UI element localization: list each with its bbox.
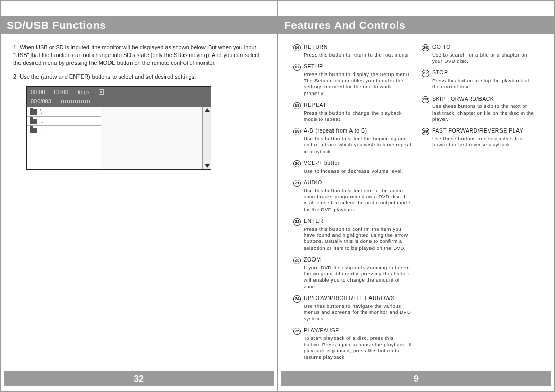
- folder-label: \: [40, 109, 42, 115]
- monitor-header-row-2: 000/003: [27, 97, 211, 107]
- feature-number-icon: 28: [422, 96, 429, 103]
- folder-list: \ .. ..: [27, 107, 101, 169]
- feature-number-icon: 26: [422, 44, 429, 51]
- feature-description: If your DVD disc supports zooming in to …: [304, 265, 412, 290]
- feature-description: Use to incease or decrease volume level.: [304, 168, 403, 174]
- feature-text: GO TOUse to search for a title or a chap…: [432, 44, 535, 64]
- folder-label: ..: [40, 118, 43, 124]
- feature-description: Use these buttons to select either fast …: [432, 136, 535, 148]
- list-item: ..: [27, 126, 101, 135]
- feature-item: 26GO TOUse to search for a title or a ch…: [422, 44, 535, 64]
- monitor-header-row-1: 00:00 00:00 kbps: [27, 87, 211, 97]
- feature-description: Press this button to display the Setup m…: [304, 71, 412, 97]
- feature-title: ENTER: [304, 218, 412, 225]
- feature-description: Use these buttons to skip to the next or…: [432, 103, 535, 122]
- monitor-mockup: 00:00 00:00 kbps 000/003 \ ..: [26, 86, 211, 170]
- feature-item: 29FAST FORWARD/REVERSE PLAYUse these but…: [422, 127, 535, 148]
- features-column-2: 26GO TOUse to search for a title or a ch…: [422, 44, 535, 366]
- feature-text: A-B (repeat from A to B)Use this button …: [304, 127, 412, 155]
- feature-item: 18REPEATPress this button to change the …: [293, 102, 412, 122]
- feature-title: ZOOM: [304, 256, 412, 264]
- time-total: 00:00: [54, 89, 69, 95]
- left-page: SD/USB Functions 1. When USB or SD is in…: [0, 0, 278, 392]
- feature-title: REPEAT: [304, 102, 412, 109]
- folder-icon: [30, 109, 37, 115]
- list-item: ..: [27, 117, 101, 126]
- feature-title: A-B (repeat from A to B): [304, 127, 412, 135]
- feature-title: SKIP FORWARD/BACK: [432, 96, 535, 103]
- folder-label: ..: [40, 127, 43, 133]
- feature-text: STOPPress this button to stop the playba…: [432, 69, 535, 90]
- feature-description: Use this button to select the beginning …: [304, 136, 412, 155]
- right-page: Features And Controls 16RETURNPress this…: [278, 0, 555, 392]
- feature-item: 23ZOOMIf your DVD disc supports zooming …: [293, 256, 412, 290]
- scroll-down-icon: [205, 164, 210, 168]
- feature-title: VOL-/+ button: [304, 160, 403, 167]
- feature-item: 24UP/DOWN/RIGHT/LEFT ARROWSUse thes butt…: [293, 295, 412, 322]
- features-list: 16RETURNPress this button to return to t…: [278, 44, 554, 366]
- feature-text: ZOOMIf your DVD disc supports zooming in…: [304, 256, 412, 290]
- stop-icon: [99, 89, 104, 95]
- feature-number-icon: 18: [293, 102, 301, 109]
- time-elapsed: 00:00: [31, 89, 45, 95]
- list-item: \: [27, 107, 101, 117]
- feature-text: ENTERPress this button to confirm the it…: [304, 218, 412, 251]
- feature-description: To start playback of a disc, press this …: [304, 335, 412, 360]
- left-body-text: 1. When USB or SD is inputed, the monito…: [1, 44, 277, 80]
- feature-title: FAST FORWARD/REVERSE PLAY: [432, 127, 535, 135]
- feature-item: 16RETURNPress this button to return to t…: [293, 44, 412, 58]
- feature-description: Press this button to return to the root …: [304, 52, 408, 58]
- feature-text: VOL-/+ buttonUse to incease or decrease …: [304, 160, 403, 174]
- feature-item: 27STOPPress this button to stop the play…: [422, 69, 535, 90]
- folder-icon: [30, 119, 37, 124]
- feature-number-icon: 17: [293, 64, 301, 71]
- feature-text: PLAY/PAUSETo start playback of a disc, p…: [304, 327, 412, 361]
- folder-icon: [30, 128, 37, 133]
- feature-number-icon: 21: [293, 180, 301, 187]
- feature-text: FAST FORWARD/REVERSE PLAYUse these butto…: [432, 127, 535, 148]
- feature-description: Press this button to confirm the item yo…: [304, 226, 412, 251]
- monitor-body: \ .. ..: [27, 107, 211, 169]
- feature-text: RETURNPress this button to return to the…: [304, 44, 408, 58]
- track-counter: 000/003: [31, 98, 51, 104]
- page-spread: SD/USB Functions 1. When USB or SD is in…: [0, 0, 555, 392]
- progress-bar-icon: [61, 100, 91, 103]
- right-page-number: 9: [281, 371, 551, 386]
- feature-title: STOP: [432, 69, 535, 77]
- paragraph-2: 2. Use the (arrow and ENTER) buttons to …: [13, 73, 264, 81]
- feature-description: Use this button to select one of the aud…: [304, 188, 412, 213]
- left-page-title: SD/USB Functions: [1, 16, 277, 34]
- feature-text: AUDIOUse this button to select one of th…: [304, 179, 412, 213]
- right-page-title: Features And Controls: [278, 16, 554, 34]
- feature-title: GO TO: [432, 44, 535, 51]
- feature-number-icon: 23: [293, 257, 301, 264]
- feature-text: SKIP FORWARD/BACKUse these buttons to sk…: [432, 96, 535, 123]
- feature-item: 25PLAY/PAUSETo start playback of a disc,…: [293, 327, 412, 361]
- feature-number-icon: 27: [422, 70, 429, 77]
- feature-item: 28SKIP FORWARD/BACKUse these buttons to …: [422, 96, 535, 123]
- feature-number-icon: 25: [293, 328, 301, 335]
- feature-text: UP/DOWN/RIGHT/LEFT ARROWSUse thes button…: [304, 295, 412, 322]
- feature-text: SETUPPress this button to display the Se…: [304, 63, 412, 97]
- monitor-main-area: [101, 107, 202, 169]
- feature-description: Use thes buttons to navigate the various…: [304, 303, 412, 322]
- feature-number-icon: 22: [293, 218, 301, 226]
- feature-number-icon: 24: [293, 295, 301, 303]
- feature-item: 20VOL-/+ buttonUse to incease or decreas…: [293, 160, 412, 174]
- feature-number-icon: 29: [422, 128, 429, 135]
- feature-number-icon: 20: [293, 160, 301, 167]
- scroll-up-icon: [205, 108, 210, 112]
- scrollbar: [202, 107, 211, 169]
- feature-title: AUDIO: [304, 179, 412, 186]
- feature-description: Press this button to change the playback…: [304, 110, 412, 123]
- feature-number-icon: 16: [293, 44, 301, 51]
- feature-item: 22ENTERPress this button to confirm the …: [293, 218, 412, 251]
- feature-description: Press this button to stop the playback o…: [432, 78, 535, 90]
- feature-title: UP/DOWN/RIGHT/LEFT ARROWS: [304, 295, 412, 302]
- features-column-1: 16RETURNPress this button to return to t…: [293, 44, 412, 366]
- feature-item: 17SETUPPress this button to display the …: [293, 63, 412, 97]
- feature-title: SETUP: [304, 63, 412, 70]
- feature-item: 19A-B (repeat from A to B)Use this butto…: [293, 127, 412, 155]
- feature-title: PLAY/PAUSE: [304, 327, 412, 334]
- paragraph-1: 1. When USB or SD is inputed, the monito…: [13, 44, 264, 67]
